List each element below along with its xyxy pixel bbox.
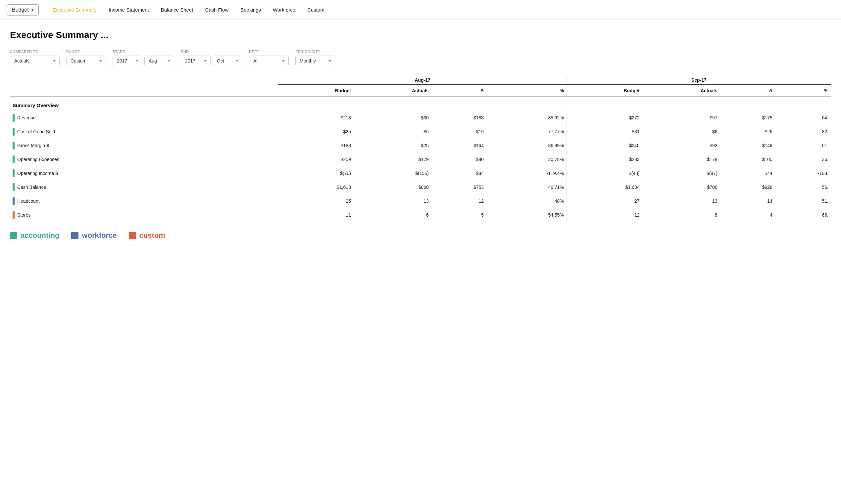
cogs-aug-delta: $19 — [431, 125, 486, 139]
hc-sep-pct: 51. — [775, 194, 831, 208]
nav-item-income-statement[interactable]: Income Statement — [103, 0, 155, 20]
cogs-sep-budget: $31 — [567, 125, 642, 139]
range-select[interactable]: Custom — [66, 56, 106, 66]
oi-aug-budget: $(70) — [278, 166, 354, 180]
aug-actuals-header: Actuals — [354, 84, 431, 97]
budget-dropdown[interactable]: Budget ▾ — [6, 4, 39, 16]
stores-aug-actuals: 6 — [354, 208, 431, 222]
period-header-row: Aug-17 Sep-17 — [10, 75, 831, 84]
legend-item-workforce: workforce — [71, 231, 117, 240]
nav-items: Executive Summary Income Statement Balan… — [47, 0, 330, 20]
gm-sep-budget: $240 — [567, 139, 642, 152]
row-label-oi: Operating Income $ — [10, 166, 278, 180]
table-row: Operating Expenses $259 $179 $80 30.78% … — [10, 152, 831, 166]
oi-sep-delta: $44 — [720, 166, 775, 180]
hc-aug-delta: 12 — [431, 194, 486, 208]
filter-start: START 2017 Aug — [113, 50, 174, 66]
aug-period-header: Aug-17 — [278, 75, 567, 84]
periodicity-label: PERIODICITY — [295, 50, 335, 54]
cb-aug-delta: $753 — [431, 180, 486, 194]
opex-aug-budget: $259 — [278, 152, 354, 166]
main-content: Executive Summary ... COMPARED TO Actual… — [0, 20, 841, 504]
legend-label-workforce: workforce — [82, 231, 117, 240]
revenue-sep-actuals: $97 — [642, 111, 720, 125]
hc-sep-actuals: 13 — [642, 194, 720, 208]
indicator-teal — [13, 183, 15, 191]
row-label-stores: Stores — [10, 208, 278, 222]
opex-sep-pct: 36. — [775, 152, 831, 166]
aug-budget-header: Budget — [278, 84, 354, 97]
opex-aug-actuals: $179 — [354, 152, 431, 166]
end-month-select[interactable]: Oct — [212, 56, 242, 66]
dept-select[interactable]: All — [249, 56, 289, 66]
row-label-opex: Operating Expenses — [10, 152, 278, 166]
end-year-select[interactable]: 2017 — [181, 56, 210, 66]
compared-to-label: COMPARED TO — [10, 50, 59, 54]
table-row: Operating Income $ $(70) $(155) $84 -119… — [10, 166, 831, 180]
cogs-sep-delta: $26 — [720, 125, 775, 139]
nav-item-executive-summary[interactable]: Executive Summary — [47, 0, 103, 20]
start-label: START — [113, 50, 174, 54]
legend-row: accounting workforce custom — [10, 231, 831, 240]
cogs-aug-pct: 77.77% — [486, 125, 567, 139]
dept-label: DEPT — [249, 50, 289, 54]
filter-compared-to: COMPARED TO Actuals — [10, 50, 59, 66]
table-row: Cash Balance $1,613 $860 $753 46.71% $1,… — [10, 180, 831, 194]
gm-sep-delta: $149 — [720, 139, 775, 152]
hc-sep-delta: 14 — [720, 194, 775, 208]
nav-item-custom[interactable]: Custom — [301, 0, 330, 20]
filter-end: END 2017 Oct — [181, 50, 242, 66]
stores-aug-pct: 54.55% — [486, 208, 567, 222]
stores-aug-delta: 5 — [431, 208, 486, 222]
sep-actuals-header: Actuals — [642, 84, 720, 97]
cogs-aug-actuals: $6 — [354, 125, 431, 139]
hc-aug-actuals: 13 — [354, 194, 431, 208]
opex-aug-delta: $80 — [431, 152, 486, 166]
indicator-blue — [13, 197, 15, 205]
col-header-row: Budget Actuals Δ % Budget Actuals Δ % — [10, 84, 831, 97]
filter-periodicity: PERIODICITY Monthly — [295, 50, 335, 66]
legend-dot-custom — [129, 232, 136, 239]
stores-sep-delta: 4 — [720, 208, 775, 222]
hc-aug-budget: 25 — [278, 194, 354, 208]
label-col-header — [10, 84, 278, 97]
stores-sep-actuals: 8 — [642, 208, 720, 222]
oi-aug-pct: -119.4% — [486, 166, 567, 180]
page-title: Executive Summary ... — [10, 30, 831, 40]
cb-sep-pct: 56. — [775, 180, 831, 194]
revenue-aug-delta: $183 — [431, 111, 486, 125]
revenue-aug-actuals: $30 — [354, 111, 431, 125]
hc-aug-pct: 48% — [486, 194, 567, 208]
hc-sep-budget: 27 — [567, 194, 642, 208]
cb-sep-budget: $1,634 — [567, 180, 642, 194]
table-wrapper: Aug-17 Sep-17 Budget Actuals Δ % Budget … — [10, 75, 831, 222]
nav-item-balance-sheet[interactable]: Balance Sheet — [155, 0, 199, 20]
nav-item-bookings[interactable]: Bookings — [235, 0, 267, 20]
nav-item-workforce[interactable]: Workforce — [267, 0, 301, 20]
indicator-teal — [13, 128, 15, 136]
start-year-select[interactable]: 2017 — [113, 56, 142, 66]
gm-sep-actuals: $92 — [642, 139, 720, 152]
revenue-aug-budget: $213 — [278, 111, 354, 125]
filter-dept: DEPT All — [249, 50, 289, 66]
table-row: Stores 11 6 5 54.55% 12 8 4 66. — [10, 208, 831, 222]
cb-sep-actuals: $706 — [642, 180, 720, 194]
periodicity-select[interactable]: Monthly — [295, 56, 335, 66]
cogs-sep-actuals: $6 — [642, 125, 720, 139]
nav-item-cash-flow[interactable]: Cash Flow — [199, 0, 235, 20]
opex-sep-delta: $105 — [720, 152, 775, 166]
stores-aug-budget: 11 — [278, 208, 354, 222]
table-row: Cost of Good Sold $25 $6 $19 77.77% $31 … — [10, 125, 831, 139]
compared-to-select[interactable]: Actuals — [10, 56, 59, 66]
cb-aug-budget: $1,613 — [278, 180, 354, 194]
opex-sep-budget: $283 — [567, 152, 642, 166]
gm-aug-delta: $164 — [431, 139, 486, 152]
opex-sep-actuals: $178 — [642, 152, 720, 166]
indicator-teal — [13, 156, 15, 163]
row-label-revenue: Revenue — [10, 111, 278, 125]
section-header-summary-overview: Summary Overview — [10, 97, 831, 111]
legend-item-custom: custom — [129, 231, 165, 240]
cb-aug-actuals: $860 — [354, 180, 431, 194]
row-label-gross-margin: Gross Margin $ — [10, 139, 278, 152]
start-month-select[interactable]: Aug — [144, 56, 174, 66]
